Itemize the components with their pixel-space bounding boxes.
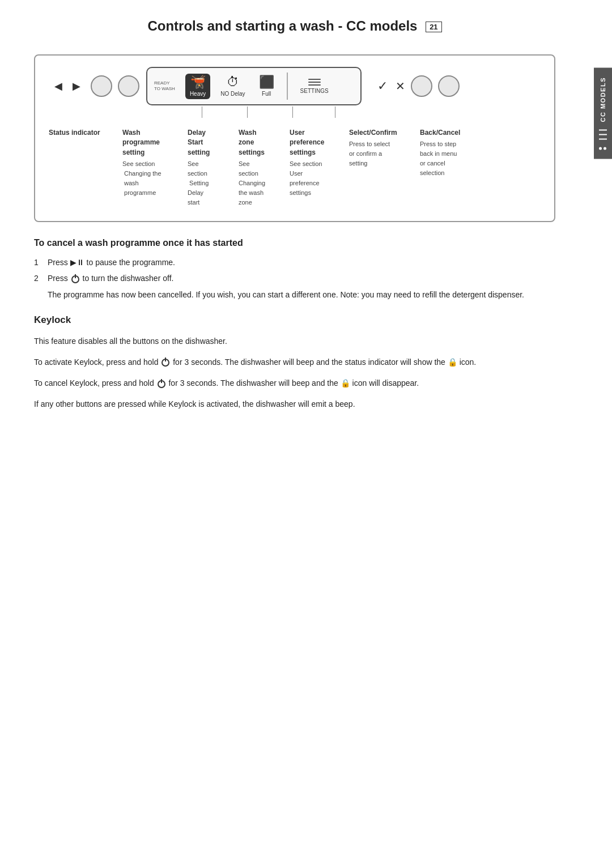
page-number: 21: [426, 22, 441, 32]
ready-to-wash-label: READYTO WASH: [154, 80, 175, 91]
conn-3: [292, 107, 293, 118]
left-round-btn-1: [91, 75, 112, 97]
left-round-btn-2: [118, 75, 139, 97]
settings-item: SETTINGS: [297, 76, 332, 96]
keylock-para-4: If any other buttons are pressed while K…: [34, 398, 555, 411]
heavy-icon: 🫕: [190, 76, 206, 88]
main-content: Controls and starting a wash - CC models…: [0, 0, 612, 441]
label-delay-start: DelayStartsetting Seesection SettingDela…: [188, 128, 239, 207]
wash-programme-sub: See section Changing the wash programme: [122, 160, 162, 196]
user-preference-title: Userpreferencesettings: [290, 128, 343, 158]
right-round-btn-1: [411, 75, 432, 97]
power-icon-2: [162, 359, 169, 367]
lcd-display: READYTO WASH 🫕 Heavy ⏱ NO Delay ⬛ Full: [146, 67, 362, 105]
wash-zone-title: Washzonesettings: [239, 128, 284, 158]
side-tab: CC MODELS: [594, 68, 612, 159]
side-tab-decoration: [600, 147, 607, 150]
keylock-para-3: To cancel Keylock, press and hold for 3 …: [34, 377, 555, 390]
lcd-divider: [287, 73, 288, 100]
keylock-para-1: This feature disables all the buttons on…: [34, 335, 555, 348]
right-round-buttons: [411, 75, 460, 97]
right-round-btn-2: [438, 75, 460, 97]
settings-icon: [308, 79, 321, 86]
select-confirm-sub: Press to selector confirm asetting: [349, 141, 390, 167]
ready-to-wash-area: READYTO WASH: [154, 80, 175, 91]
keylock-section: Keylock This feature disables all the bu…: [34, 314, 555, 411]
cancel-body-text: The programme has now been cancelled. If…: [48, 288, 555, 301]
arrow-buttons: ◀ ▶: [54, 80, 80, 92]
cancel-step-1: 1 Press ▶⏸ to pause the programme.: [34, 256, 555, 269]
select-confirm-title: Select/Confirm: [349, 128, 414, 138]
label-user-preference: Userpreferencesettings See sectionUserpr…: [290, 128, 349, 207]
conn-2: [247, 107, 248, 118]
back-cancel-sub: Press to stepback in menuor cancelselect…: [420, 141, 457, 176]
cancel-section: To cancel a wash programme once it has s…: [34, 238, 555, 301]
label-back-cancel: Back/Cancel Press to stepback in menuor …: [420, 128, 541, 207]
connector-area: [49, 107, 541, 118]
step-2-num: 2: [34, 272, 43, 284]
cancel-section-heading: To cancel a wash programme once it has s…: [34, 238, 555, 248]
conn-4: [335, 107, 335, 118]
lock-icon-2: 🔒: [341, 378, 350, 388]
label-select-confirm: Select/Confirm Press to selector confirm…: [349, 128, 420, 207]
control-panel: ◀ ▶ READYTO WASH 🫕 Heavy: [49, 67, 541, 105]
cancel-step-2: 2 Press to turn the dishwasher off.: [34, 272, 555, 284]
diagram-container: ◀ ▶ READYTO WASH 🫕 Heavy: [34, 54, 555, 222]
label-wash-programme: Washprogrammesetting See section Changin…: [122, 128, 188, 207]
heavy-item: 🫕 Heavy: [185, 74, 210, 99]
no-delay-label: NO Delay: [220, 91, 245, 97]
delay-start-sub: Seesection SettingDelaystart: [188, 160, 209, 206]
full-label: Full: [262, 91, 271, 97]
conn-1: [202, 107, 202, 118]
settings-label: SETTINGS: [300, 88, 329, 94]
keylock-heading: Keylock: [34, 314, 555, 326]
cancel-steps: 1 Press ▶⏸ to pause the programme. 2 Pre…: [34, 256, 555, 285]
left-arrow-icon: ◀: [54, 80, 62, 92]
wash-zone-sub: SeesectionChangingthe washzone: [239, 160, 265, 206]
user-preference-sub: See sectionUserpreferencesettings: [290, 160, 322, 196]
wash-programme-title: Washprogrammesetting: [122, 128, 182, 158]
power-icon-3: [158, 380, 165, 388]
step-1-num: 1: [34, 256, 43, 269]
page-title: Controls and starting a wash - CC models…: [34, 18, 555, 34]
keylock-para-2: To activate Keylock, press and hold for …: [34, 356, 555, 369]
label-status-indicator: Status indicator: [49, 128, 122, 207]
labels-row: Status indicator Washprogrammesetting Se…: [49, 128, 541, 207]
step-2-text: Press to turn the dishwasher off.: [48, 272, 173, 284]
side-tab-label: CC MODELS: [600, 77, 606, 122]
full-icon: ⬛: [259, 76, 274, 88]
right-arrow-icon: ▶: [73, 80, 80, 92]
power-icon: [71, 275, 79, 283]
left-round-buttons: [91, 75, 139, 97]
no-delay-item: ⏱ NO Delay: [217, 74, 248, 99]
lock-icon-1: 🔒: [448, 358, 457, 367]
no-delay-icon: ⏱: [227, 76, 239, 88]
full-item: ⬛ Full: [256, 74, 278, 99]
delay-start-title: DelayStartsetting: [188, 128, 233, 158]
x-icon: ✕: [396, 79, 405, 93]
label-wash-zone: Washzonesettings SeesectionChangingthe w…: [239, 128, 290, 207]
status-indicator-title: Status indicator: [49, 128, 117, 138]
step-1-text: Press ▶⏸ to pause the programme.: [48, 256, 175, 269]
back-cancel-title: Back/Cancel: [420, 128, 535, 138]
check-icon: ✓: [377, 79, 388, 93]
heavy-label: Heavy: [190, 91, 206, 97]
play-pause-icon: ▶⏸: [70, 258, 84, 267]
